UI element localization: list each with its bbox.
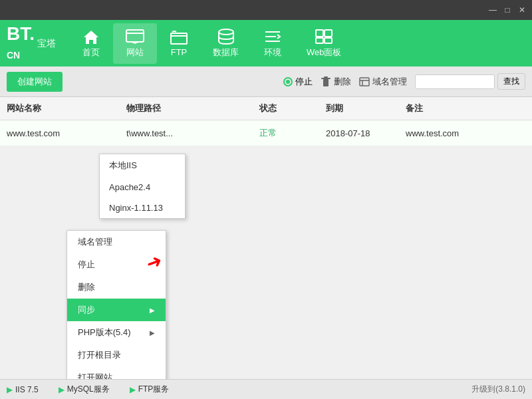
stop-action[interactable]: 停止 bbox=[283, 76, 313, 88]
upgrade-label: 升级到(3.8.1.0) bbox=[471, 384, 525, 395]
svg-rect-16 bbox=[324, 76, 328, 78]
col-note: 备注 bbox=[406, 102, 525, 114]
col-status: 状态 bbox=[259, 102, 326, 114]
iis-label: IIS 7.5 bbox=[15, 385, 39, 394]
submenu-apache[interactable]: Apache2.4 bbox=[100, 177, 185, 198]
cell-path: t\www.test... bbox=[126, 128, 259, 138]
col-path: 物理路径 bbox=[126, 102, 259, 114]
title-bar: — □ ✕ bbox=[0, 0, 532, 20]
ftp-label: FTP服务 bbox=[138, 384, 170, 395]
svg-rect-17 bbox=[360, 78, 369, 86]
domain-label: 域名管理 bbox=[372, 76, 407, 88]
submenu-iis[interactable]: 本地IIS bbox=[100, 154, 185, 177]
svg-rect-10 bbox=[316, 30, 323, 37]
nav-home-label: 首页 bbox=[82, 47, 100, 59]
toolbar: 创建网站 停止 删除 bbox=[0, 66, 532, 97]
menu-open-root[interactable]: 打开根目录 bbox=[67, 344, 166, 366]
domain-icon bbox=[359, 76, 370, 87]
cell-status: 正常 bbox=[259, 127, 326, 139]
svg-rect-12 bbox=[316, 38, 323, 43]
nav-env[interactable]: 环境 bbox=[251, 23, 295, 64]
menu-php[interactable]: PHP版本(5.4) ▶ bbox=[67, 321, 166, 344]
status-bar: ▶ IIS 7.5 ▶ MySQL服务 ▶ FTP服务 升级到(3.8.1.0) bbox=[0, 379, 532, 399]
svg-rect-15 bbox=[321, 78, 331, 79]
submenu-arrow-icon: ▶ bbox=[150, 307, 155, 314]
iis-status: ▶ IIS 7.5 bbox=[7, 385, 39, 394]
iis-arrow-icon: ▶ bbox=[7, 385, 13, 394]
svg-marker-0 bbox=[84, 31, 98, 44]
menu-sync[interactable]: 同步 ▶ bbox=[67, 299, 166, 321]
menu-stop[interactable]: 停止 bbox=[67, 253, 166, 276]
website-icon bbox=[125, 29, 145, 45]
svg-rect-13 bbox=[325, 38, 332, 43]
nav-webpanel[interactable]: Web面板 bbox=[295, 23, 354, 64]
webpanel-icon bbox=[314, 29, 334, 45]
table-area: 网站名称 物理路径 状态 到期 备注 www.test.com t\www.te… bbox=[0, 97, 532, 146]
create-website-button[interactable]: 创建网站 bbox=[7, 72, 63, 92]
delete-action[interactable]: 删除 bbox=[321, 76, 351, 88]
submenu: 本地IIS Apache2.4 Nginx-1.11.13 bbox=[99, 154, 186, 219]
nav-webpanel-label: Web面板 bbox=[307, 47, 342, 59]
svg-rect-11 bbox=[325, 30, 332, 37]
search-box: 查找 bbox=[415, 73, 525, 90]
nav-items: 首页 网站 FTP bbox=[69, 23, 525, 64]
menu-open-site[interactable]: 打开网站 bbox=[67, 366, 166, 379]
mysql-status: ▶ MySQL服务 bbox=[59, 384, 110, 395]
submenu-nginx[interactable]: Nginx-1.11.13 bbox=[100, 198, 185, 218]
nav-database[interactable]: 数据库 bbox=[201, 23, 251, 64]
home-icon bbox=[81, 29, 101, 45]
delete-label: 删除 bbox=[334, 76, 351, 88]
col-name: 网站名称 bbox=[7, 102, 126, 114]
maximize-button[interactable]: □ bbox=[500, 3, 515, 17]
table-row[interactable]: www.test.com t\www.test... 正常 2018-07-18… bbox=[0, 120, 532, 146]
search-input[interactable] bbox=[415, 74, 495, 89]
cell-note: www.test.com bbox=[406, 128, 525, 138]
nav-env-label: 环境 bbox=[264, 47, 281, 59]
table-header: 网站名称 物理路径 状态 到期 备注 bbox=[0, 97, 532, 120]
radio-inner bbox=[286, 80, 290, 84]
context-menu: 域名管理 停止 删除 同步 ▶ PHP版本(5.4) ▶ 打开根目录 打开网站 bbox=[66, 230, 166, 379]
ftp-arrow-icon: ▶ bbox=[130, 385, 136, 394]
nav-ftp-label: FTP bbox=[171, 47, 188, 57]
ftp-status: ▶ FTP服务 bbox=[130, 384, 170, 395]
svg-rect-5 bbox=[171, 33, 187, 44]
submenu-arrow-php-icon: ▶ bbox=[150, 329, 155, 336]
mysql-label: MySQL服务 bbox=[67, 384, 110, 395]
ftp-icon bbox=[169, 29, 189, 45]
stop-label: 停止 bbox=[295, 76, 313, 88]
nav-database-label: 数据库 bbox=[213, 47, 239, 59]
domain-action[interactable]: 域名管理 bbox=[359, 76, 407, 88]
nav-website[interactable]: 网站 bbox=[113, 23, 157, 64]
menu-delete[interactable]: 删除 bbox=[67, 276, 166, 299]
logo-cn: 宝塔 bbox=[37, 37, 56, 49]
svg-rect-1 bbox=[126, 30, 144, 42]
svg-point-6 bbox=[219, 29, 233, 35]
close-button[interactable]: ✕ bbox=[515, 3, 529, 17]
minimize-button[interactable]: — bbox=[485, 3, 500, 17]
env-icon bbox=[263, 29, 283, 45]
nav-website-label: 网站 bbox=[126, 47, 144, 59]
logo-text: BT.CN bbox=[7, 25, 35, 62]
logo: BT.CN 宝塔 bbox=[7, 25, 56, 62]
cell-name: www.test.com bbox=[7, 128, 126, 138]
main-content: 网站名称 物理路径 状态 到期 备注 www.test.com t\www.te… bbox=[0, 97, 532, 379]
mysql-arrow-icon: ▶ bbox=[59, 385, 65, 394]
database-icon bbox=[216, 29, 236, 45]
svg-rect-14 bbox=[323, 79, 329, 86]
header: BT.CN 宝塔 首页 网站 bbox=[0, 20, 532, 66]
cell-expire: 2018-07-18 bbox=[326, 128, 406, 138]
toolbar-actions: 停止 删除 域名管理 查找 bbox=[283, 73, 525, 90]
radio-circle bbox=[283, 77, 293, 86]
menu-domain[interactable]: 域名管理 bbox=[67, 231, 166, 253]
col-expire: 到期 bbox=[326, 102, 406, 114]
nav-home[interactable]: 首页 bbox=[69, 23, 113, 64]
search-button[interactable]: 查找 bbox=[497, 73, 525, 90]
nav-ftp[interactable]: FTP bbox=[157, 24, 201, 63]
trash-icon bbox=[321, 76, 331, 87]
